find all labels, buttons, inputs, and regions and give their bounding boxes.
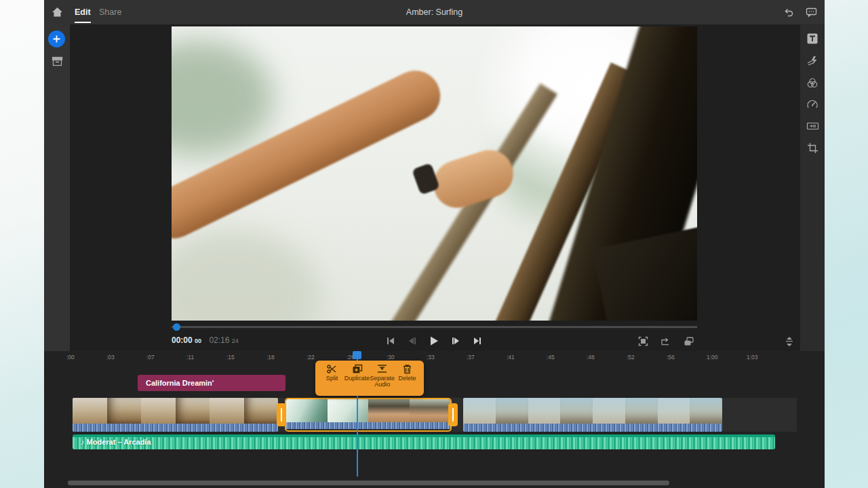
ruler-tick: :33 <box>427 354 435 361</box>
clip-audio-waveform <box>73 424 278 432</box>
skip-back-icon <box>386 336 395 346</box>
ruler-tick: :00 <box>66 354 75 361</box>
play-icon <box>429 336 439 346</box>
video-track <box>73 398 797 432</box>
trim-handle-right[interactable] <box>448 403 458 426</box>
delete-icon <box>403 364 412 374</box>
media-browser-button[interactable] <box>49 53 65 69</box>
skip-forward-icon <box>473 336 482 346</box>
undo-icon <box>783 7 794 18</box>
project-title: Amber: Surfing <box>44 0 825 24</box>
video-clip-driving-selected[interactable] <box>285 398 452 432</box>
titles-icon <box>806 33 818 45</box>
previous-clip-button[interactable] <box>383 333 398 348</box>
timeline: :00 :03 :07 :11 :15 :18 :22 :26 :30 :33 … <box>44 351 825 488</box>
media-browser-icon <box>52 56 63 66</box>
context-delete-button[interactable]: Delete <box>395 364 420 393</box>
title-clip[interactable]: California Dreamin' <box>138 375 285 391</box>
desktop: Edit Share Amber: Surfing <box>0 0 868 488</box>
ruler-tick: :37 <box>467 354 475 361</box>
loop-button[interactable] <box>658 333 673 348</box>
clip-thumbnails <box>286 399 450 422</box>
crop-icon <box>807 142 818 154</box>
panel-resize-handle[interactable] <box>783 335 795 348</box>
context-separate-audio-button[interactable]: Separate Audio <box>370 364 395 393</box>
fullscreen-button[interactable] <box>635 333 650 348</box>
effects-icon <box>806 56 818 66</box>
ruler-tick: :41 <box>507 354 515 361</box>
loop-icon <box>660 336 671 346</box>
ruler-tick: :15 <box>226 354 235 361</box>
top-bar: Edit Share Amber: Surfing <box>44 0 825 24</box>
ruler-tick: 1:03 <box>747 354 758 361</box>
clip-audio-waveform <box>286 422 450 429</box>
play-button[interactable] <box>427 333 441 348</box>
clip-thumbnails <box>463 398 722 424</box>
transport-controls <box>44 333 825 350</box>
video-clip-beach[interactable] <box>73 398 278 432</box>
audio-track-clip[interactable]: ♪ Moderat – Arcadia <box>73 434 775 449</box>
feedback-button[interactable] <box>804 5 818 19</box>
step-forward-button[interactable] <box>448 333 463 348</box>
speed-icon <box>806 99 818 110</box>
music-note-icon: ♪ <box>81 438 85 446</box>
ruler-tick: :48 <box>587 354 595 361</box>
ruler-tick: :07 <box>146 354 155 361</box>
audio-waveform <box>73 434 775 449</box>
audio-clip-label: ♪ Moderat – Arcadia <box>81 434 151 449</box>
timeline-horizontal-scrollbar[interactable] <box>68 481 669 485</box>
ruler-tick: :30 <box>387 354 395 361</box>
ruler-tick: :18 <box>267 354 275 361</box>
ruler-tick: :22 <box>307 354 315 361</box>
clip-thumbnails <box>73 398 278 424</box>
app-window: Edit Share Amber: Surfing <box>44 0 825 488</box>
ruler-tick: :11 <box>186 354 194 361</box>
graphics-panel-button[interactable] <box>805 31 820 46</box>
clip-audio-waveform <box>463 424 722 432</box>
add-media-button[interactable] <box>48 30 65 47</box>
step-back-icon <box>408 336 417 346</box>
audio-panel-button[interactable] <box>805 119 820 134</box>
fullscreen-icon <box>638 336 648 346</box>
playhead-handle[interactable] <box>353 351 361 359</box>
duplicate-icon <box>352 364 363 374</box>
transitions-icon <box>806 121 819 131</box>
ruler-tick: :56 <box>667 354 675 361</box>
ruler-tick: 1:00 <box>707 354 718 361</box>
clip-context-menu: Split Duplicate Separate Audio <box>315 361 424 396</box>
step-forward-icon <box>451 336 460 346</box>
undo-button[interactable] <box>782 5 795 19</box>
effects-panel-button[interactable] <box>805 54 820 68</box>
context-duplicate-button[interactable]: Duplicate <box>344 364 370 393</box>
ruler-tick: :03 <box>106 354 115 361</box>
context-split-button[interactable]: Split <box>319 364 344 393</box>
playback-quality-button[interactable] <box>682 333 696 348</box>
separate-audio-icon <box>376 364 388 374</box>
plus-icon <box>52 35 61 43</box>
trim-handle-left[interactable] <box>277 403 286 426</box>
crop-panel-button[interactable] <box>805 140 820 155</box>
comment-icon <box>806 7 817 18</box>
step-back-button[interactable] <box>405 333 420 348</box>
scrubber-handle[interactable] <box>173 323 180 331</box>
tab-share[interactable]: Share <box>99 0 121 24</box>
preview-blur-foliage <box>172 40 273 155</box>
tab-edit[interactable]: Edit <box>75 0 91 24</box>
audio-clip-title: Moderat – Arcadia <box>87 438 151 446</box>
speed-panel-button[interactable] <box>805 97 820 112</box>
next-clip-button[interactable] <box>470 333 485 348</box>
preview-scrubber[interactable] <box>172 326 697 328</box>
ruler-tick: :45 <box>547 354 555 361</box>
color-panel-button[interactable] <box>805 75 820 90</box>
home-button[interactable] <box>50 5 64 20</box>
ruler-tick: :52 <box>627 354 635 361</box>
quality-icon <box>684 336 694 346</box>
color-icon <box>806 77 818 89</box>
split-icon <box>326 364 338 374</box>
video-preview[interactable] <box>172 26 697 321</box>
preview-blur-ground <box>172 230 321 321</box>
home-icon <box>52 7 63 18</box>
video-clip-skate[interactable] <box>463 398 722 432</box>
timeline-ruler[interactable]: :00 :03 :07 :11 :15 :18 :22 :26 :30 :33 … <box>44 351 825 365</box>
